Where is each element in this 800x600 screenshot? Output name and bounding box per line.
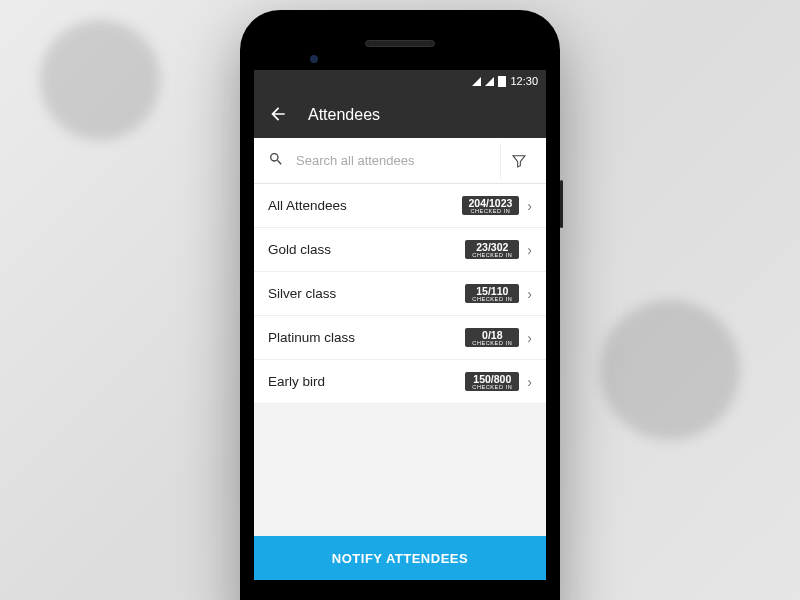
list-item[interactable]: All Attendees 204/1023 CHECKED IN › [254, 184, 546, 228]
front-camera [310, 55, 318, 63]
chevron-right-icon: › [527, 286, 532, 302]
checkin-badge: 23/302 CHECKED IN [465, 240, 519, 260]
signal-icon [485, 77, 494, 86]
arrow-left-icon [268, 104, 288, 124]
search-input[interactable] [288, 153, 500, 168]
checkin-badge: 0/18 CHECKED IN [465, 328, 519, 348]
category-label: Early bird [268, 374, 465, 389]
list-item[interactable]: Gold class 23/302 CHECKED IN › [254, 228, 546, 272]
category-label: Gold class [268, 242, 465, 257]
speaker-grille [365, 40, 435, 47]
category-label: All Attendees [268, 198, 462, 213]
filter-button[interactable] [500, 143, 536, 179]
status-bar: 12:30 [254, 70, 546, 92]
category-list: All Attendees 204/1023 CHECKED IN › Gold… [254, 184, 546, 536]
android-nav-bar [254, 586, 546, 600]
phone-frame: 12:30 Attendees All Attendees 204/1023 C… [240, 10, 560, 600]
list-item[interactable]: Platinum class 0/18 CHECKED IN › [254, 316, 546, 360]
chevron-right-icon: › [527, 242, 532, 258]
category-label: Platinum class [268, 330, 465, 345]
page-title: Attendees [308, 106, 380, 124]
category-label: Silver class [268, 286, 465, 301]
clock: 12:30 [510, 75, 538, 87]
list-item[interactable]: Early bird 150/800 CHECKED IN › [254, 360, 546, 404]
list-item[interactable]: Silver class 15/110 CHECKED IN › [254, 272, 546, 316]
notify-attendees-button[interactable]: NOTIFY ATTENDEES [254, 536, 546, 580]
screen: 12:30 Attendees All Attendees 204/1023 C… [254, 70, 546, 580]
wifi-icon [472, 77, 481, 86]
chevron-right-icon: › [527, 198, 532, 214]
power-button [560, 180, 563, 228]
search-row [254, 138, 546, 184]
app-bar: Attendees [254, 92, 546, 138]
funnel-icon [511, 153, 527, 169]
chevron-right-icon: › [527, 330, 532, 346]
checkin-badge: 15/110 CHECKED IN [465, 284, 519, 304]
battery-icon [498, 76, 506, 87]
back-button[interactable] [268, 104, 288, 127]
search-icon [264, 151, 288, 171]
checkin-badge: 150/800 CHECKED IN [465, 372, 519, 392]
chevron-right-icon: › [527, 374, 532, 390]
checkin-badge: 204/1023 CHECKED IN [462, 196, 520, 216]
